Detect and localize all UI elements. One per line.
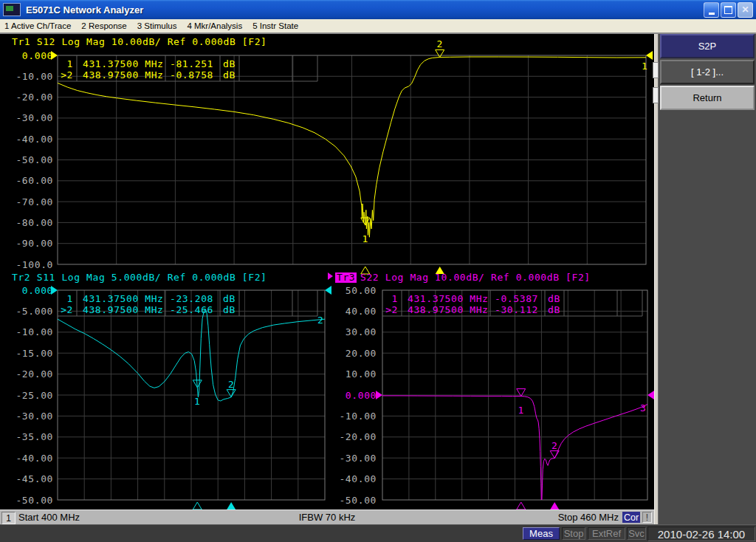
svg-text:-20.00: -20.00: [16, 368, 53, 380]
svg-text:dB: dB: [548, 304, 560, 315]
correction-badge: Cor: [622, 512, 640, 523]
svg-text:-60.00: -60.00: [16, 175, 53, 186]
analyzer-screen: 0.000-10.00-20.00-30.00-40.00-50.00-60.0…: [0, 34, 654, 510]
menu-mkr-analysis[interactable]: 4 Mkr/Analysis: [187, 21, 242, 30]
svg-text:2: 2: [228, 379, 234, 390]
svg-text:S22 Log Mag 10.00dB/ Ref 0.000: S22 Log Mag 10.00dB/ Ref 0.000dB [F2]: [360, 272, 591, 283]
svg-text:dB: dB: [223, 293, 236, 304]
svg-text:-25.00: -25.00: [16, 390, 53, 401]
softkey-scroll-notch[interactable]: [653, 62, 659, 78]
svg-text:dB: dB: [548, 293, 560, 304]
softkey-button-1-2[interactable]: [ 1-2 ]...: [660, 60, 755, 84]
menubar: 1 Active Ch/Trace 2 Response 3 Stimulus …: [0, 19, 756, 34]
window-title: E5071C Network Analyzer: [26, 4, 143, 16]
softkey-header: S2P: [660, 34, 755, 58]
svg-text:20.00: 20.00: [346, 348, 377, 359]
svg-text:>2: >2: [61, 69, 73, 80]
close-button[interactable]: ✕: [738, 2, 753, 18]
svg-text:0.000: 0.000: [22, 285, 53, 296]
svg-text:0.000: 0.000: [346, 390, 377, 401]
svg-text:438.97500 MHz: 438.97500 MHz: [83, 69, 164, 80]
svg-text:Tr2 S11 Log Mag 5.000dB/ Ref 0: Tr2 S11 Log Mag 5.000dB/ Ref 0.000dB [F2…: [12, 272, 267, 283]
svg-text:-5.000: -5.000: [16, 306, 53, 317]
svg-text:1: 1: [67, 293, 73, 304]
menu-active-ch-trace[interactable]: 1 Active Ch/Trace: [4, 21, 71, 30]
svg-text:40.00: 40.00: [346, 306, 377, 317]
minimize-button[interactable]: [704, 2, 719, 18]
svg-text:438.97500 MHz: 438.97500 MHz: [83, 304, 164, 315]
svg-text:431.37500 MHz: 431.37500 MHz: [83, 58, 164, 69]
window-controls: ✕: [704, 2, 753, 18]
plot-tr3-s22: 50.0040.0030.0020.0010.000.000-10.00-20.…: [328, 272, 654, 510]
stop-indicator: Stop: [562, 527, 585, 540]
svg-text:>2: >2: [61, 304, 73, 315]
svg-text:-70.00: -70.00: [16, 196, 53, 207]
svg-text:431.37500 MHz: 431.37500 MHz: [408, 293, 489, 304]
softkey-panel: S2P [ 1-2 ]... Return: [659, 34, 756, 524]
svg-text:-15.00: -15.00: [16, 348, 53, 359]
svg-text:Tr1 S12 Log Mag 10.00dB/ Ref 0: Tr1 S12 Log Mag 10.00dB/ Ref 0.000dB [F2…: [12, 36, 267, 47]
ifbw-readout: IFBW 70 kHz: [0, 512, 654, 523]
svg-text:3: 3: [640, 402, 646, 414]
svg-text:-50.00: -50.00: [339, 495, 377, 506]
close-icon: ✕: [741, 5, 749, 14]
restore-icon: [724, 6, 732, 14]
svg-text:1: 1: [518, 405, 524, 416]
svg-text:-45.00: -45.00: [16, 473, 53, 484]
stop-frequency: Stop 460 MHz: [558, 512, 619, 523]
svg-text:-35.00: -35.00: [16, 431, 53, 442]
svg-text:dB: dB: [223, 304, 236, 315]
svg-text:dB: dB: [223, 69, 236, 80]
svg-text:2: 2: [317, 315, 323, 326]
svg-text:-90.00: -90.00: [16, 238, 53, 249]
svg-text:-20.00: -20.00: [16, 92, 53, 103]
instrument-status-bar: Meas Stop ExtRef Svc 2010-02-26 14:00: [0, 524, 756, 542]
svg-text:-10.00: -10.00: [16, 71, 53, 82]
svg-text:30.00: 30.00: [346, 326, 377, 337]
svg-text:10.00: 10.00: [346, 368, 377, 380]
svg-text:dB: dB: [223, 58, 236, 69]
svg-text:-81.251: -81.251: [170, 58, 213, 69]
svg-text:1: 1: [642, 61, 647, 72]
svg-text:-30.112: -30.112: [495, 304, 538, 315]
app-icon: [3, 3, 21, 16]
menu-instr-state[interactable]: 5 Instr State: [252, 21, 298, 30]
app-window: E5071C Network Analyzer ✕ 1 Active Ch/Tr…: [0, 0, 756, 542]
svg-text:50.00: 50.00: [346, 285, 377, 296]
svg-text:1: 1: [67, 58, 73, 69]
svg-text:2: 2: [551, 440, 557, 451]
svg-text:1: 1: [194, 396, 200, 407]
softkey-button-return[interactable]: Return: [660, 86, 755, 110]
plot-tr2-s11: 0.000-5.000-10.00-15.00-20.00-25.00-30.0…: [12, 272, 331, 510]
svg-text:438.97500 MHz: 438.97500 MHz: [408, 304, 489, 315]
meas-indicator: Meas: [523, 527, 560, 540]
extref-indicator: ExtRef: [588, 527, 625, 540]
svg-text:1: 1: [362, 233, 368, 244]
menu-stimulus[interactable]: 3 Stimulus: [137, 21, 177, 30]
plots-canvas: 0.000-10.00-20.00-30.00-40.00-50.00-60.0…: [0, 34, 654, 510]
svg-text:-50.00: -50.00: [16, 495, 53, 506]
svg-text:-30.00: -30.00: [16, 411, 53, 422]
svg-text:2: 2: [436, 38, 442, 49]
svg-text:-10.00: -10.00: [339, 411, 377, 422]
status-bar: 1 Start 400 MHz IFBW 70 kHz Stop 460 MHz…: [0, 510, 654, 524]
svg-text:-40.00: -40.00: [339, 473, 377, 484]
svg-text:-40.00: -40.00: [16, 453, 53, 464]
svg-text:-20.00: -20.00: [339, 431, 377, 442]
svg-text:0.000: 0.000: [22, 50, 53, 61]
svc-indicator: Svc: [627, 527, 646, 540]
titlebar[interactable]: E5071C Network Analyzer ✕: [0, 0, 756, 19]
svg-text:-0.5387: -0.5387: [495, 293, 538, 304]
menu-response[interactable]: 2 Response: [81, 21, 126, 30]
plot-tr1-s12: 0.000-10.00-20.00-30.00-40.00-50.00-60.0…: [12, 36, 653, 274]
svg-text:-30.00: -30.00: [339, 453, 377, 464]
svg-text:-50.00: -50.00: [16, 154, 53, 165]
svg-text:431.37500 MHz: 431.37500 MHz: [83, 293, 164, 304]
softkey-scroll-notch[interactable]: [653, 87, 659, 103]
svg-text:1: 1: [392, 293, 398, 304]
svg-text:-30.00: -30.00: [16, 112, 53, 123]
svg-text:-40.00: -40.00: [16, 134, 53, 145]
minimize-icon: [709, 13, 715, 15]
alert-badge[interactable]: !: [642, 512, 652, 523]
restore-button[interactable]: [721, 2, 736, 18]
